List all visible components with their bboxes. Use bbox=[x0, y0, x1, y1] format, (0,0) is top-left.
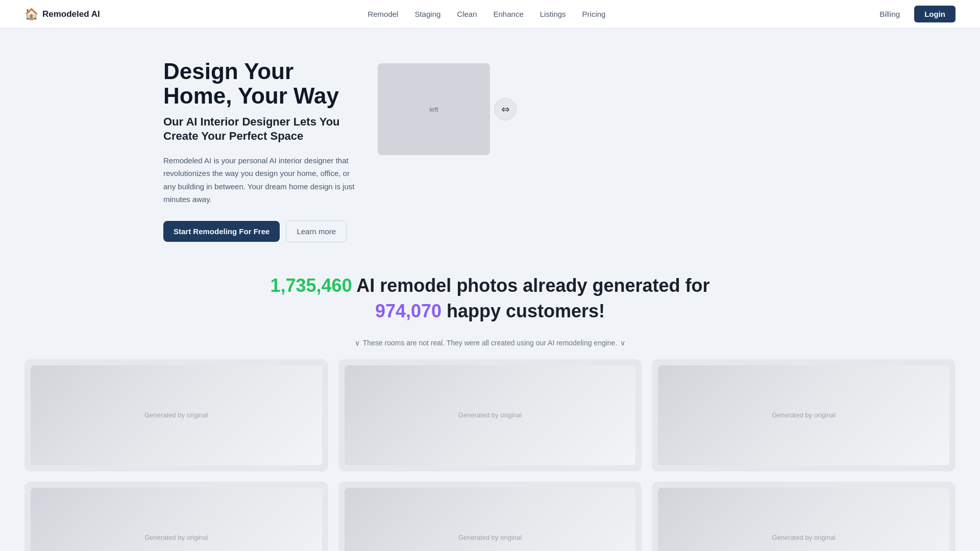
gallery-image-label-6: Generated by original bbox=[772, 534, 836, 541]
hero-description: Remodeled AI is your personal AI interio… bbox=[163, 154, 357, 206]
hero-title: Design Your Home, Your Way bbox=[163, 59, 357, 109]
list-item: Generated by original bbox=[338, 482, 642, 551]
stats-text: 1,735,460 AI remodel photos already gene… bbox=[24, 273, 955, 324]
nav-link-pricing[interactable]: Pricing bbox=[582, 10, 606, 18]
navbar: 🏠 Remodeled AI Remodel Staging Clean Enh… bbox=[0, 0, 980, 29]
customers-count: 974,070 bbox=[375, 300, 442, 321]
gallery-image-5: Generated by original bbox=[345, 488, 636, 551]
gallery-image-label-2: Generated by original bbox=[458, 411, 522, 419]
nav-link-listings[interactable]: Listings bbox=[540, 10, 566, 18]
list-item: Generated by original bbox=[338, 359, 642, 471]
gallery-image-6: Generated by original bbox=[658, 488, 949, 551]
start-remodeling-button[interactable]: Start Remodeling For Free bbox=[163, 221, 280, 242]
list-item: Generated by original bbox=[24, 359, 328, 471]
logo[interactable]: 🏠 Remodeled AI bbox=[24, 8, 100, 21]
gallery-row-1: Generated by original Generated by origi… bbox=[24, 359, 955, 471]
hero-subtitle: Our AI Interior Designer Lets You Create… bbox=[163, 115, 357, 144]
gallery-image-label-5: Generated by original bbox=[458, 534, 522, 541]
list-item: Generated by original bbox=[652, 482, 955, 551]
compare-toggle-button[interactable]: ⇔ bbox=[494, 98, 517, 120]
list-item: Generated by original bbox=[24, 482, 328, 551]
nav-link-staging[interactable]: Staging bbox=[414, 10, 440, 18]
nav-actions: Billing Login bbox=[873, 6, 955, 22]
logo-icon: 🏠 bbox=[24, 8, 38, 21]
image-compare-widget: left ⇔ bbox=[378, 59, 878, 155]
chevron-down-icon-right: ∨ bbox=[620, 339, 625, 347]
login-button[interactable]: Login bbox=[914, 6, 955, 22]
gallery-image-2: Generated by original bbox=[345, 365, 636, 465]
gallery-image-1: Generated by original bbox=[31, 365, 322, 465]
gallery-row-2: Generated by original Generated by origi… bbox=[24, 482, 955, 551]
gallery-image-label-4: Generated by original bbox=[144, 534, 208, 541]
nav-links: Remodel Staging Clean Enhance Listings P… bbox=[368, 10, 605, 19]
learn-more-button[interactable]: Learn more bbox=[286, 220, 347, 242]
before-image-label: left bbox=[429, 106, 438, 113]
nav-link-enhance[interactable]: Enhance bbox=[494, 10, 524, 18]
hero-text-block: Design Your Home, Your Way Our AI Interi… bbox=[163, 59, 357, 242]
list-item: Generated by original bbox=[652, 359, 955, 471]
stats-section: 1,735,460 AI remodel photos already gene… bbox=[0, 263, 980, 335]
nav-link-remodel[interactable]: Remodel bbox=[368, 10, 398, 18]
disclaimer-bar: ∨ These rooms are not real. They were al… bbox=[0, 335, 980, 359]
logo-text: Remodeled AI bbox=[42, 9, 100, 19]
gallery-image-4: Generated by original bbox=[31, 488, 322, 551]
chevron-down-icon: ∨ bbox=[355, 339, 360, 347]
compare-icon: ⇔ bbox=[501, 103, 510, 115]
billing-button[interactable]: Billing bbox=[873, 7, 906, 21]
gallery-image-label-3: Generated by original bbox=[772, 411, 836, 419]
disclaimer-text: These rooms are not real. They were all … bbox=[363, 339, 618, 347]
hero-buttons: Start Remodeling For Free Learn more bbox=[163, 220, 357, 242]
before-image: left bbox=[378, 63, 490, 155]
gallery-section: Generated by original Generated by origi… bbox=[0, 359, 980, 551]
nav-link-clean[interactable]: Clean bbox=[457, 10, 477, 18]
hero-section: Design Your Home, Your Way Our AI Interi… bbox=[0, 29, 980, 263]
gallery-image-3: Generated by original bbox=[658, 365, 949, 465]
gallery-image-label-1: Generated by original bbox=[144, 411, 208, 419]
compare-container: left ⇔ bbox=[378, 63, 517, 155]
photos-count: 1,735,460 bbox=[271, 275, 352, 296]
